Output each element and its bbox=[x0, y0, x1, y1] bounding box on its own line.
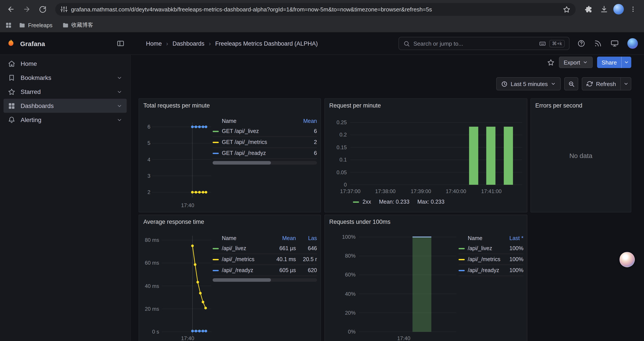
extensions-button[interactable] bbox=[582, 3, 595, 16]
breadcrumb-home[interactable]: Home bbox=[146, 40, 162, 47]
rss-icon[interactable] bbox=[594, 40, 602, 47]
series-color-dash bbox=[458, 248, 465, 249]
series-color-dash bbox=[212, 270, 219, 271]
zoom-out-button[interactable] bbox=[564, 77, 578, 90]
series-name[interactable]: /api/_livez bbox=[222, 245, 269, 251]
bookmarks-bar: Freeleaps 收藏博客 bbox=[0, 19, 644, 33]
series-name[interactable]: /api/_/metrics bbox=[222, 256, 269, 262]
legend-row: GET /api/_livez 6 bbox=[212, 126, 317, 137]
bookmark-folder-blogs[interactable]: 收藏博客 bbox=[60, 20, 96, 30]
bookmark-star-icon[interactable] bbox=[563, 6, 570, 13]
site-settings-icon[interactable] bbox=[60, 6, 68, 13]
series-color-dash bbox=[212, 142, 219, 143]
series-mean: 6 bbox=[292, 128, 317, 134]
sidebar-item-dashboards[interactable]: Dashboards bbox=[4, 99, 127, 113]
chevron-down-icon[interactable] bbox=[116, 89, 122, 95]
browser-profile-avatar[interactable] bbox=[613, 4, 624, 15]
sidebar-item-starred[interactable]: Starred bbox=[4, 85, 127, 99]
floating-assistant-avatar[interactable] bbox=[620, 252, 635, 267]
collapse-sidebar-button[interactable] bbox=[116, 40, 124, 47]
brand-area: Grafana bbox=[0, 39, 131, 48]
bookmark-folder-freeleaps[interactable]: Freeleaps bbox=[16, 21, 55, 30]
export-label: Export bbox=[564, 59, 580, 66]
sidebar-item-label: Home bbox=[20, 60, 37, 67]
series-mean: 2 bbox=[292, 139, 317, 145]
sidebar-item-bookmarks[interactable]: Bookmarks bbox=[4, 71, 127, 85]
legend-col-name[interactable]: Name bbox=[468, 235, 503, 241]
legend-mean: Mean: 0.233 bbox=[379, 199, 410, 205]
time-range-button[interactable]: Last 5 minutes bbox=[496, 77, 561, 90]
folder-icon bbox=[62, 22, 68, 29]
screen: grafana.mathmast.com/d/deytv4rwavabkb/fr… bbox=[0, 0, 644, 341]
breadcrumb: Home › Dashboards › Freeleaps Metrics Da… bbox=[146, 40, 318, 47]
help-icon[interactable] bbox=[577, 40, 585, 47]
export-button[interactable]: Export bbox=[559, 57, 593, 68]
sidebar-item-home[interactable]: Home bbox=[4, 57, 127, 71]
refresh-button[interactable]: Refresh bbox=[582, 77, 621, 90]
search-placeholder: Search or jump to... bbox=[414, 40, 536, 47]
legend-col-mean[interactable]: Mean bbox=[292, 118, 317, 124]
chevron-down-icon[interactable] bbox=[116, 75, 122, 81]
series-name[interactable]: GET /api/_/metrics bbox=[222, 139, 292, 145]
panel-title[interactable]: Request per minute bbox=[329, 102, 381, 109]
panel-title[interactable]: Total requests per minute bbox=[143, 102, 210, 109]
reload-button[interactable] bbox=[36, 3, 49, 16]
legend-col-last[interactable]: Last * bbox=[503, 235, 524, 241]
bookmark-folder-label: Freeleaps bbox=[28, 22, 52, 28]
series-color-dash bbox=[353, 201, 359, 203]
favorite-star-button[interactable] bbox=[547, 59, 554, 66]
panel-title[interactable]: Errors per second bbox=[535, 102, 582, 109]
share-button[interactable]: Share bbox=[597, 57, 621, 68]
series-last: 20.5 r bbox=[296, 256, 317, 262]
scrollbar-thumb[interactable] bbox=[212, 161, 271, 165]
legend-header: Name Mean bbox=[212, 116, 317, 126]
dashboard-content: Export Share bbox=[131, 55, 644, 341]
share-dropdown-button[interactable] bbox=[621, 57, 631, 68]
bell-icon bbox=[8, 116, 15, 124]
series-name[interactable]: /api/_/readyz bbox=[222, 267, 269, 273]
panel-title[interactable]: Average response time bbox=[143, 219, 204, 225]
sidebar-item-alerting[interactable]: Alerting bbox=[4, 113, 127, 127]
scrollbar-thumb[interactable] bbox=[212, 278, 271, 282]
chevron-down-icon bbox=[551, 81, 556, 87]
series-mean: 661 µs bbox=[269, 245, 296, 251]
browser-menu-button[interactable] bbox=[626, 3, 640, 16]
legend-col-mean[interactable]: Mean bbox=[269, 235, 296, 241]
legend-col-name[interactable]: Name bbox=[222, 118, 292, 124]
series-mean: 6 bbox=[292, 150, 317, 156]
url-text[interactable]: grafana.mathmast.com/d/deytv4rwavabkb/fr… bbox=[71, 6, 560, 13]
sidebar-item-label: Bookmarks bbox=[20, 74, 51, 81]
series-name[interactable]: GET /api/_/readyz bbox=[222, 150, 292, 156]
monitor-icon[interactable] bbox=[611, 40, 618, 47]
apps-grid-icon[interactable] bbox=[5, 22, 12, 29]
legend-scrollbar[interactable] bbox=[212, 278, 317, 282]
back-button[interactable] bbox=[4, 3, 18, 16]
download-button[interactable] bbox=[598, 3, 611, 16]
panel-errors-per-second: Errors per second No data bbox=[530, 98, 631, 212]
sidebar-item-label: Dashboards bbox=[20, 102, 54, 109]
series-name[interactable]: GET /api/_livez bbox=[222, 128, 292, 134]
url-bar[interactable]: grafana.mathmast.com/d/deytv4rwavabkb/fr… bbox=[55, 3, 576, 16]
series-name[interactable]: /api/_/readyz bbox=[468, 267, 503, 273]
user-avatar[interactable] bbox=[627, 38, 638, 49]
series-name[interactable]: /api/_livez bbox=[468, 245, 503, 251]
grafana-logo[interactable] bbox=[6, 39, 16, 48]
breadcrumb-dashboards[interactable]: Dashboards bbox=[172, 40, 204, 47]
chevron-down-icon[interactable] bbox=[116, 117, 122, 123]
chevron-down-icon[interactable] bbox=[116, 103, 122, 109]
browser-toolbar: grafana.mathmast.com/d/deytv4rwavabkb/fr… bbox=[0, 0, 644, 19]
series-name[interactable]: 2xx bbox=[362, 199, 371, 205]
series-name[interactable]: /api/_/metrics bbox=[468, 256, 503, 262]
panel-request-per-minute: Request per minute 0.250.20.150.10.05017… bbox=[324, 98, 528, 212]
forward-button[interactable] bbox=[20, 3, 33, 16]
brand-title: Grafana bbox=[20, 40, 45, 47]
search-input[interactable]: Search or jump to... ⌘+k bbox=[398, 37, 570, 50]
legend-col-name[interactable]: Name bbox=[222, 235, 269, 241]
request-per-minute-chart[interactable]: 0.250.20.150.10.05017:37:0017:38:0017:39… bbox=[325, 99, 527, 212]
refresh-interval-button[interactable] bbox=[621, 77, 631, 90]
panel-title[interactable]: Requests under 100ms bbox=[329, 219, 390, 225]
series-last: 100% bbox=[503, 256, 524, 262]
legend-scrollbar[interactable] bbox=[212, 161, 317, 165]
legend-col-last[interactable]: Las bbox=[296, 235, 317, 241]
breadcrumb-separator: › bbox=[209, 40, 211, 47]
